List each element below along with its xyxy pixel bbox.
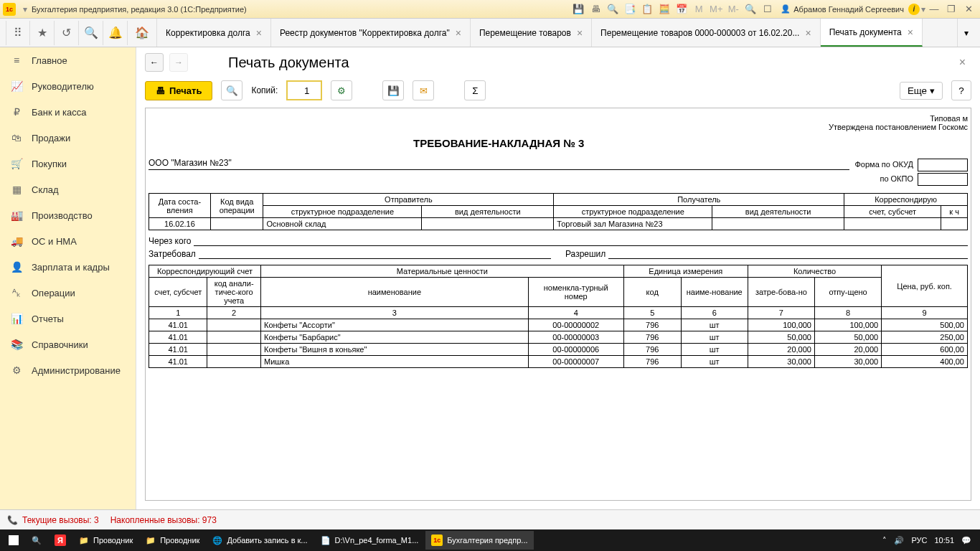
table-row: 41.01Конфеты "Ассорти"00-00000002796шт10…	[149, 319, 968, 331]
taskbar-icon: 📄	[321, 536, 331, 545]
calc-icon[interactable]: 🧮	[657, 2, 672, 17]
sidebar-item-0[interactable]: ≡Главное	[0, 47, 136, 73]
sidebar-icon: ▦	[10, 184, 23, 195]
sidebar-item-9[interactable]: ᴬₖОперации	[0, 280, 136, 306]
close-window-icon[interactable]: ✕	[961, 2, 976, 17]
apps-icon[interactable]: ⠿	[6, 21, 30, 45]
maximize-icon[interactable]: ❐	[944, 2, 958, 17]
save-file-button[interactable]: 💾	[382, 80, 404, 100]
page-title: Печать документа	[228, 55, 349, 71]
sidebar-item-7[interactable]: 🚚ОС и НМА	[0, 228, 136, 254]
close-page-icon[interactable]: ×	[953, 53, 971, 72]
status-icon: 📞	[7, 515, 18, 525]
favorites-icon[interactable]: ★	[30, 21, 55, 45]
taskbar-item-4[interactable]: 📁Проводник	[140, 531, 205, 550]
taskbar-item-7[interactable]: 1cБухгалтерия предпр...	[425, 531, 533, 550]
m-minus-label[interactable]: M-	[726, 2, 740, 17]
app-icon: 1c	[431, 534, 443, 546]
taskbar-item-3[interactable]: 📁Проводник	[73, 531, 138, 550]
star-icon[interactable]: ▾	[23, 4, 27, 14]
taskbar-item-label: Добавить запись в к...	[227, 536, 307, 545]
help-button[interactable]: ?	[951, 80, 971, 100]
sidebar-icon: 🛒	[10, 158, 23, 169]
printer-icon: 🖶	[156, 85, 165, 96]
tabs-dropdown-icon[interactable]: ▾	[957, 19, 974, 47]
volume-icon[interactable]: 🔊	[894, 536, 904, 545]
user-label[interactable]: 👤Абрамов Геннадий Сергеевич	[781, 4, 904, 14]
sidebar-item-5[interactable]: ▦Склад	[0, 176, 136, 202]
tab-4[interactable]: Перемещение товаров 0000-000003 от 16.02…	[592, 19, 821, 47]
taskbar-item-1[interactable]: 🔍	[26, 531, 47, 550]
sidebar-item-3[interactable]: 🛍Продажи	[0, 125, 136, 151]
sidebar-item-label: Администрирование	[32, 365, 121, 376]
taskbar-item-6[interactable]: 📄D:\Vn_pe4_forma_M1...	[315, 531, 425, 550]
sidebar-item-1[interactable]: 📈Руководителю	[0, 73, 136, 99]
nav-back-button[interactable]: ←	[145, 53, 164, 72]
compare-icon[interactable]: 📑	[623, 2, 637, 17]
taskbar-item-2[interactable]: Я	[49, 531, 72, 550]
m-label[interactable]: M	[692, 2, 706, 17]
close-icon[interactable]: ×	[805, 27, 811, 39]
minimize-icon[interactable]: —	[927, 2, 941, 17]
home-tab[interactable]: 🏠	[128, 19, 157, 47]
settings-button[interactable]: ⚙	[331, 80, 352, 100]
tray-up-icon[interactable]: ˄	[882, 536, 887, 545]
items-table: Корреспондирующий счет Материальные ценн…	[149, 265, 968, 368]
sidebar-item-2[interactable]: ₽Банк и касса	[0, 99, 136, 125]
calendar-icon[interactable]: 📅	[674, 2, 689, 17]
tab-1[interactable]: Корректировка долга×	[157, 19, 271, 47]
preview-button[interactable]: 🔍	[221, 80, 242, 100]
clock[interactable]: 10:51	[934, 536, 954, 545]
tab-2[interactable]: Реестр документов "Корректировка долга"×	[271, 19, 471, 47]
tab-5[interactable]: Печать документа×	[821, 19, 923, 47]
nav-forward-button[interactable]: →	[169, 53, 188, 72]
copies-input[interactable]	[286, 80, 322, 100]
sidebar-item-6[interactable]: 🏭Производство	[0, 202, 136, 228]
lang-indicator[interactable]: РУС	[911, 536, 927, 545]
sidebar-item-4[interactable]: 🛒Покупки	[0, 151, 136, 176]
codes-block: Форма по ОКУД по ОКПО	[855, 134, 969, 187]
save-icon[interactable]: 💾	[571, 2, 585, 17]
taskbar-item-5[interactable]: 🌐Добавить запись в к...	[207, 531, 313, 550]
notifications-tray-icon[interactable]: 💬	[961, 536, 971, 545]
close-icon[interactable]: ×	[256, 27, 262, 39]
windows-icon	[9, 535, 19, 545]
sidebar-item-11[interactable]: 📚Справочники	[0, 331, 136, 357]
sidebar-item-10[interactable]: 📊Отчеты	[0, 306, 136, 331]
sidebar-item-label: Склад	[32, 184, 59, 195]
close-icon[interactable]: ×	[456, 27, 461, 39]
sidebar-item-8[interactable]: 👤Зарплата и кадры	[0, 254, 136, 280]
zoom-icon[interactable]: 🔍	[743, 2, 758, 17]
email-button[interactable]: ✉	[413, 80, 434, 100]
table-row: 41.01Конфеты "Вишня в коньяке"00-0000000…	[149, 344, 968, 356]
print-button[interactable]: 🖶Печать	[145, 81, 212, 100]
sidebar-item-label: Главное	[32, 55, 67, 66]
window-icon[interactable]: ☐	[760, 2, 775, 17]
more-button[interactable]: Еще▾	[900, 82, 943, 100]
status-calls-total: Накопленные вызовы: 973	[110, 515, 217, 525]
tabbar: ⠿ ★ ↺ 🔍 🔔 🏠 Корректировка долга× Реестр …	[0, 19, 980, 47]
document-viewport[interactable]: Типовая м Утверждена постановлением Госк…	[145, 108, 971, 501]
history-icon[interactable]: ↺	[55, 21, 79, 45]
taskbar-item-label: Бухгалтерия предпр...	[447, 536, 527, 545]
requested-label: Затребовал	[149, 249, 196, 259]
header-table: Дата соста-вления Код вида операции Отпр…	[149, 193, 968, 230]
preview-icon[interactable]: 🔍	[606, 2, 620, 17]
taskbar-item-0[interactable]	[3, 531, 24, 550]
approval-text-2: Утверждена постановлением Госкомс	[149, 123, 968, 131]
search-icon[interactable]: 🔍	[79, 21, 103, 45]
sidebar-icon: ≡	[10, 55, 23, 66]
tab-3[interactable]: Перемещение товаров×	[471, 19, 592, 47]
clipboard-icon[interactable]: 📋	[640, 2, 654, 17]
m-plus-label[interactable]: M+	[709, 2, 723, 17]
sidebar-item-12[interactable]: ⚙Администрирование	[0, 357, 136, 383]
close-icon[interactable]: ×	[577, 27, 583, 39]
sidebar-icon: 👤	[10, 261, 23, 273]
notifications-icon[interactable]: 🔔	[103, 21, 128, 45]
taskbar-icon: 📁	[146, 536, 156, 545]
sidebar-icon: 🚚	[10, 235, 23, 247]
print-icon[interactable]: 🖶	[588, 2, 603, 17]
close-icon[interactable]: ×	[908, 27, 913, 38]
info-icon[interactable]: i	[908, 4, 920, 15]
sum-button[interactable]: Σ	[464, 80, 486, 100]
